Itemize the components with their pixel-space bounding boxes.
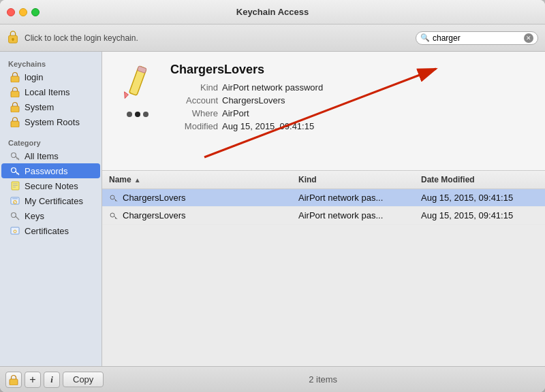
kind-label: Kind	[170, 82, 218, 93]
cell-kind-2: AirPort network pas...	[293, 207, 416, 224]
key2-icon	[10, 210, 20, 221]
sidebar-item-secure-notes-label: Secure Notes	[25, 181, 78, 191]
sidebar-item-passwords[interactable]: Passwords	[1, 163, 100, 178]
preview-modified-row: Modified Aug 15, 2015, 09:41:15	[170, 121, 531, 131]
preview-name: ChargersLovers	[170, 63, 531, 77]
col-header-kind[interactable]: Kind	[293, 174, 416, 186]
sidebar-item-local-items[interactable]: Local Items	[1, 84, 100, 99]
cell-name-2: ChargersLovers	[102, 207, 293, 224]
keychains-section-label: Keychains	[0, 57, 102, 69]
col-header-name[interactable]: Name ▲	[102, 174, 293, 186]
sidebar-item-keys-label: Keys	[25, 211, 44, 221]
svg-point-11	[12, 168, 16, 173]
svg-rect-4	[11, 91, 19, 97]
detail-wrapper: ChargersLovers Kind AirPort network pass…	[102, 52, 545, 366]
sidebar-item-system[interactable]: System	[1, 99, 100, 114]
sidebar-item-all-items-label: All Items	[25, 151, 59, 161]
sidebar-item-login-label: login	[25, 72, 43, 82]
table-row[interactable]: ChargersLovers AirPort network pas... Au…	[102, 189, 545, 207]
sidebar-item-my-certificates[interactable]: My Certificates	[1, 193, 100, 208]
sidebar-item-keys[interactable]: Keys	[1, 208, 100, 223]
account-value: ChargersLovers	[222, 95, 285, 105]
search-clear-button[interactable]: ✕	[524, 33, 533, 43]
svg-rect-5	[11, 106, 19, 112]
where-label: Where	[170, 108, 218, 118]
svg-rect-3	[11, 76, 19, 82]
table-header: Name ▲ Kind Date Modified	[102, 171, 545, 189]
sidebar-item-secure-notes[interactable]: Secure Notes	[1, 178, 100, 193]
sidebar-item-local-items-label: Local Items	[25, 87, 69, 97]
dot-2	[135, 112, 140, 117]
sidebar-item-my-certs-label: My Certificates	[25, 196, 83, 206]
kind-value: AirPort network password	[222, 82, 323, 93]
window-title: Keychain Access	[236, 7, 309, 17]
cert2-icon	[10, 225, 20, 236]
sidebar-item-certificates-label: Certificates	[25, 226, 69, 236]
dot-3	[143, 112, 149, 117]
info-icon: i	[50, 374, 53, 385]
where-value: AirPort	[222, 108, 249, 118]
lock-icon	[10, 101, 20, 112]
cell-kind-1: AirPort network pas...	[293, 189, 416, 206]
bottom-bar: + i Copy 2 items	[0, 366, 545, 392]
svg-point-36	[110, 213, 114, 217]
preview-where-row: Where AirPort	[170, 108, 531, 118]
add-button[interactable]: +	[25, 372, 41, 388]
dot-1	[127, 112, 132, 117]
bottom-lock-icon[interactable]	[5, 372, 22, 388]
table-container: Name ▲ Kind Date Modified	[102, 171, 545, 366]
detail-panel: ChargersLovers Kind AirPort network pass…	[102, 52, 545, 366]
close-button[interactable]	[7, 8, 15, 16]
titlebar: Keychain Access	[0, 0, 545, 24]
svg-line-25	[16, 216, 20, 220]
sidebar-item-login[interactable]: login	[1, 69, 100, 84]
col-header-date[interactable]: Date Modified	[416, 174, 545, 186]
main-content: Keychains login Local Items	[0, 52, 545, 366]
preview-kind-row: Kind AirPort network password	[170, 82, 531, 93]
sidebar-item-system-roots[interactable]: System Roots	[1, 114, 100, 129]
search-input[interactable]	[433, 33, 521, 43]
sidebar: Keychains login Local Items	[0, 52, 102, 366]
category-section-label: Category	[0, 136, 102, 148]
minimize-button[interactable]	[19, 8, 27, 16]
cell-date-2: Aug 15, 2015, 09:41:15	[416, 207, 545, 224]
key-icon	[10, 165, 20, 176]
add-icon: +	[29, 374, 35, 386]
svg-point-24	[12, 213, 16, 218]
sidebar-item-system-label: System	[25, 102, 54, 112]
sort-arrow-icon: ▲	[134, 176, 141, 184]
svg-point-33	[110, 195, 114, 199]
note-icon	[10, 180, 20, 191]
modified-value: Aug 15, 2015, 09:41:15	[222, 121, 314, 131]
preview-icon	[116, 63, 159, 106]
sidebar-item-certificates[interactable]: Certificates	[1, 223, 100, 238]
sidebar-item-system-roots-label: System Roots	[25, 117, 80, 127]
lock-icon	[10, 71, 20, 82]
svg-marker-31	[122, 92, 129, 99]
copy-button[interactable]: Copy	[63, 372, 104, 387]
items-count: 2 items	[106, 374, 540, 385]
search-icon: 🔍	[420, 33, 430, 42]
table-row[interactable]: ChargersLovers AirPort network pas... Au…	[102, 207, 545, 225]
lock-icon[interactable]	[7, 30, 19, 46]
key-icon	[10, 150, 20, 161]
maximize-button[interactable]	[31, 8, 40, 16]
search-box: 🔍 ✕	[416, 31, 538, 45]
modified-label: Modified	[170, 121, 218, 131]
svg-point-7	[12, 153, 16, 158]
lock-icon	[10, 116, 20, 127]
account-label: Account	[170, 95, 218, 105]
lock-icon	[10, 86, 20, 97]
lockbar: Click to lock the login keychain. 🔍 ✕	[0, 24, 545, 52]
row-key-icon	[109, 211, 119, 220]
row-key-icon	[109, 193, 119, 203]
sidebar-item-passwords-label: Passwords	[25, 166, 68, 176]
sidebar-item-all-items[interactable]: All Items	[1, 148, 100, 163]
dots-row	[127, 112, 149, 117]
svg-rect-39	[10, 379, 18, 385]
cert-icon	[10, 195, 20, 206]
info-button[interactable]: i	[44, 372, 60, 388]
preview-icon-area	[116, 63, 159, 159]
svg-rect-2	[12, 39, 14, 42]
preview-account-row: Account ChargersLovers	[170, 95, 531, 105]
